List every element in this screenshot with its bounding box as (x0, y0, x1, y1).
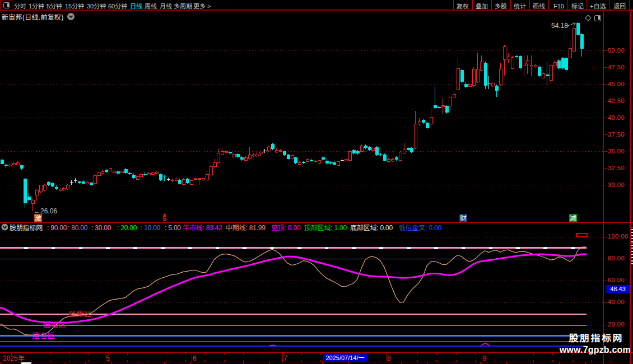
scroll-dash-red (631, 227, 633, 228)
watermark-url: www.7gpzb.com (560, 343, 631, 356)
time-axis-label: 9 (483, 354, 487, 361)
zone-label-低吸区: 低吸区 (43, 321, 67, 329)
indicator-axis-label: 20.00 (608, 321, 625, 328)
watermark-name: 股朋指标网 (560, 332, 623, 343)
stock-terminal-screen: 分时 1分钟 5分钟 15分钟 30分钟 60分钟 日线 周线 月线 多周期 更… (0, 0, 633, 364)
right-border (630, 11, 631, 364)
price-axis-line (603, 11, 604, 364)
time-axis-label: 7 (283, 354, 287, 361)
time-axis-label: 8 (387, 354, 391, 361)
scroll-dash-red (631, 243, 633, 244)
indicator-axis-label: 80.00 (608, 255, 625, 262)
indicator-axis-label: 100.00 (608, 234, 629, 240)
indicator-current-value: 48.43 (606, 285, 630, 293)
time-axis-label: 5 (106, 354, 110, 361)
indicator-axis-label: 60.00 (608, 277, 625, 283)
time-axis-label: 2025年 (3, 354, 25, 361)
zone-label-建仓区: 建仓区 (32, 332, 55, 339)
zone-label-强势区: 强势区 (68, 310, 92, 318)
time-axis-label: 6 (193, 354, 197, 361)
selected-date-box: 2025/07/14/一 (323, 353, 367, 362)
chart-canvas (0, 0, 633, 364)
watermark: 股朋指标网 www.7gpzb.com (560, 332, 631, 356)
indicator-corner-box[interactable] (576, 233, 588, 237)
indicator-axis-label: 40.00 (608, 299, 625, 305)
